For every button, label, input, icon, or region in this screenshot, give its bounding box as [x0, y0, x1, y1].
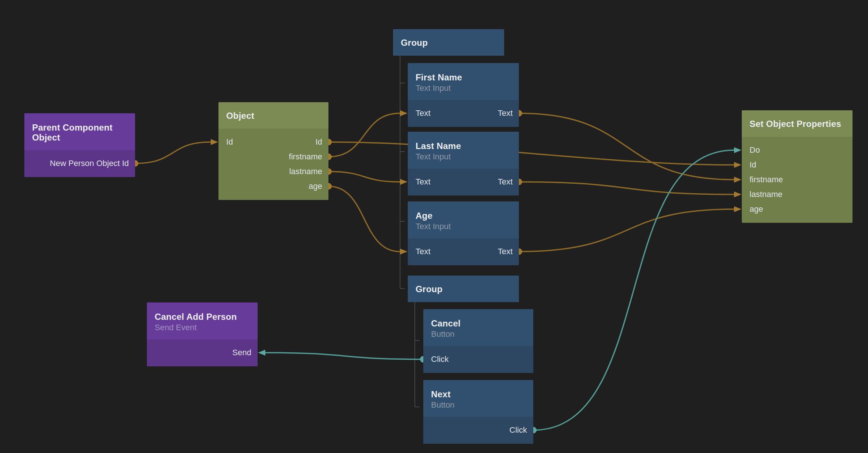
- node-header[interactable]: Set Object Properties: [742, 110, 852, 137]
- node-title: Group: [416, 284, 513, 294]
- node-header[interactable]: Cancel Add PersonSend Event: [147, 302, 258, 339]
- port-firstname-out[interactable]: firstname: [289, 149, 322, 164]
- wire-w2[interactable]: [328, 142, 734, 165]
- node-title: Object: [226, 111, 322, 121]
- port-text-in-in[interactable]: Text: [416, 106, 430, 121]
- wire-w5[interactable]: [328, 186, 400, 252]
- port-age-in[interactable]: age: [750, 202, 763, 217]
- node-header[interactable]: AgeText Input: [408, 201, 519, 238]
- node-title: First Name: [416, 72, 513, 82]
- port-click-out[interactable]: Click: [509, 423, 527, 438]
- node-title: Group: [401, 38, 498, 48]
- port-id-out-out[interactable]: Id: [316, 135, 322, 149]
- port-lastname-out[interactable]: lastname: [289, 164, 322, 179]
- node-header[interactable]: NextButton: [423, 380, 533, 417]
- node-header[interactable]: Object: [218, 102, 328, 129]
- port-text-out-out[interactable]: Text: [498, 244, 513, 259]
- port-send-in[interactable]: Send: [232, 345, 251, 360]
- port-id-in-in[interactable]: Id: [226, 135, 233, 149]
- wire-w9[interactable]: [265, 353, 423, 359]
- wire-arrowhead-icon[interactable]: [734, 177, 741, 183]
- wire-arrowhead-icon[interactable]: [400, 110, 407, 116]
- port-age-out[interactable]: age: [309, 179, 322, 194]
- node-object[interactable]: ObjectIdIdfirstnamelastnameage: [218, 102, 328, 200]
- node-set-object-properties[interactable]: Set Object PropertiesDoIdfirstnamelastna…: [742, 110, 852, 223]
- wire-w4[interactable]: [328, 172, 400, 182]
- node-title: Next: [431, 389, 527, 399]
- node-header[interactable]: Parent Component Object: [24, 113, 135, 150]
- wire-arrowhead-icon[interactable]: [211, 139, 218, 145]
- node-subtitle: Text Input: [416, 152, 513, 162]
- port-text-in-in[interactable]: Text: [416, 244, 430, 259]
- port-new-person-object-id-out[interactable]: New Person Object Id: [50, 156, 129, 171]
- wire-w1[interactable]: [135, 142, 211, 163]
- node-group-2[interactable]: Group: [408, 276, 519, 302]
- wire-arrowhead-icon[interactable]: [734, 191, 741, 197]
- node-cancel-add-person[interactable]: Cancel Add PersonSend EventSend: [147, 302, 258, 366]
- node-parent-component-object[interactable]: Parent Component ObjectNew Person Object…: [24, 113, 135, 177]
- port-id-in[interactable]: Id: [750, 158, 756, 172]
- wire-arrowhead-icon[interactable]: [400, 249, 407, 255]
- port-text-in-in[interactable]: Text: [416, 174, 430, 189]
- port-click-out[interactable]: Click: [431, 352, 449, 367]
- wire-w8[interactable]: [519, 209, 734, 252]
- node-subtitle: Text Input: [416, 83, 513, 93]
- node-header[interactable]: Last NameText Input: [408, 132, 519, 169]
- port-text-out-out[interactable]: Text: [498, 106, 513, 121]
- node-editor-canvas[interactable]: Parent Component ObjectNew Person Object…: [0, 0, 868, 453]
- node-title: Cancel Add Person: [155, 312, 251, 322]
- node-header[interactable]: Group: [393, 29, 504, 56]
- node-first-name[interactable]: First NameText InputTextText: [408, 63, 519, 127]
- node-next-button[interactable]: NextButtonClick: [423, 380, 533, 444]
- wire-arrowhead-icon[interactable]: [258, 350, 265, 356]
- node-title: Parent Component Object: [32, 122, 129, 142]
- wire-arrowhead-icon[interactable]: [734, 162, 741, 168]
- port-lastname-in[interactable]: lastname: [750, 187, 782, 202]
- port-do-in[interactable]: Do: [750, 143, 760, 158]
- node-title: Cancel: [431, 318, 527, 328]
- node-last-name[interactable]: Last NameText InputTextText: [408, 132, 519, 196]
- node-title: Last Name: [416, 141, 513, 151]
- node-age-input[interactable]: AgeText InputTextText: [408, 201, 519, 265]
- wire-arrowhead-icon[interactable]: [400, 179, 407, 185]
- wire-arrowhead-icon[interactable]: [734, 147, 741, 153]
- node-subtitle: Button: [431, 400, 527, 410]
- node-title: Set Object Properties: [750, 119, 846, 129]
- wire-arrowhead-icon[interactable]: [734, 206, 741, 212]
- node-subtitle: Text Input: [416, 222, 513, 231]
- node-title: Age: [416, 211, 513, 221]
- node-cancel-button[interactable]: CancelButtonClick: [423, 309, 533, 373]
- port-text-out-out[interactable]: Text: [498, 174, 513, 189]
- node-subtitle: Send Event: [155, 323, 251, 332]
- wire-w7[interactable]: [519, 182, 734, 194]
- node-header[interactable]: Group: [408, 276, 519, 302]
- node-header[interactable]: CancelButton: [423, 309, 533, 346]
- wire-w3[interactable]: [328, 113, 400, 157]
- node-header[interactable]: First NameText Input: [408, 63, 519, 100]
- wire-w10[interactable]: [533, 150, 734, 430]
- node-subtitle: Button: [431, 329, 527, 339]
- port-firstname-in[interactable]: firstname: [750, 172, 783, 187]
- wire-w6[interactable]: [519, 113, 734, 180]
- node-group-1[interactable]: Group: [393, 29, 504, 56]
